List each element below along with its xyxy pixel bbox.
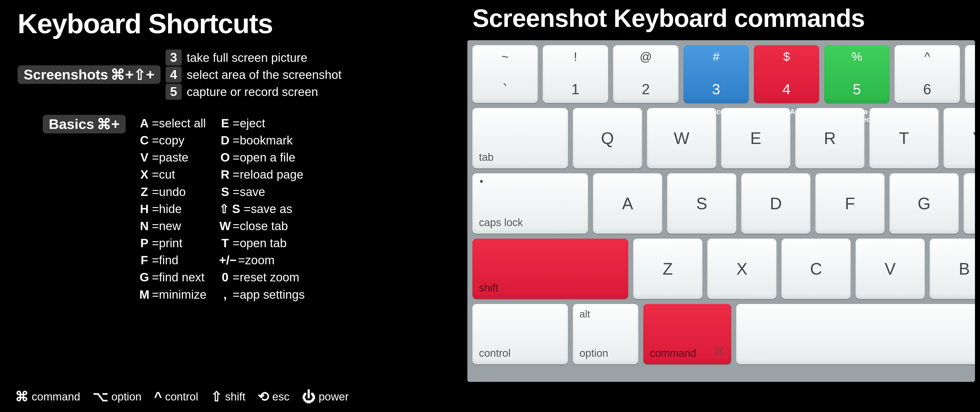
- desc-4: select area of the screenshot: [187, 68, 342, 82]
- shortcut-desc: =open a file: [233, 149, 296, 166]
- title-keyboard: Screenshot Keyboard commands: [473, 4, 975, 33]
- key-letter: R: [824, 129, 836, 148]
- command-symbol-icon: ⌘: [714, 345, 725, 358]
- shortcut-desc: =paste: [152, 149, 188, 166]
- key-S: S: [667, 173, 736, 234]
- key-top-glyph: $: [754, 50, 819, 64]
- key-top-glyph: %: [824, 50, 889, 64]
- screenshot-row-3: 3 take full screen picture: [165, 49, 342, 65]
- key-control: control: [473, 304, 568, 364]
- screenshot-keys-list: 3 take full screen picture 4 select area…: [165, 49, 342, 100]
- basics-row: E =eject: [219, 115, 305, 132]
- shortcut-key: +/−: [219, 252, 237, 269]
- key-top-glyph: ~: [473, 50, 538, 64]
- shortcut-key: D: [219, 132, 231, 149]
- basics-col-1: A =select allC =copyV =pasteX =cutZ =und…: [138, 115, 206, 303]
- shortcut-prefix: ⇧: [219, 200, 229, 218]
- key-letter: T: [899, 129, 909, 148]
- legend-name: power: [319, 390, 349, 403]
- key-3: 3: [165, 49, 182, 65]
- basics-row: C =copy: [138, 132, 206, 149]
- key-letter: Y: [972, 129, 975, 148]
- keyboard-row-numbers: ~`!1@2#3Full Screen$4Select Area%5Box Ar…: [473, 45, 975, 103]
- desc-3: take full screen picture: [187, 51, 307, 65]
- modifier-legend: ⌘command⌥option^control⇧shift⟲esc⏻power: [15, 389, 349, 404]
- key-alt-label: alt: [579, 309, 590, 320]
- shortcut-key: A: [138, 115, 150, 132]
- shortcut-desc: =bookmark: [233, 132, 293, 149]
- key-H: H: [964, 173, 975, 234]
- shortcut-desc: =eject: [233, 115, 265, 132]
- screenshots-text: Screenshots: [24, 68, 108, 82]
- key-bottom-glyph: `: [473, 81, 538, 97]
- shortcut-key: S: [219, 183, 231, 200]
- key-D: D: [741, 173, 810, 234]
- shortcut-desc: =hide: [152, 200, 182, 218]
- key-bottom-glyph: 1: [543, 81, 608, 97]
- legend-name: command: [32, 390, 80, 403]
- basics-row: G =find next: [138, 269, 206, 286]
- key-top-glyph: &: [965, 50, 975, 64]
- key-W: W: [647, 108, 716, 168]
- legend-symbol-icon: ⌘: [15, 389, 29, 404]
- key-4: 4: [165, 67, 182, 83]
- shortcut-desc: =find next: [152, 269, 204, 286]
- keyboard-graphic: ~`!1@2#3Full Screen$4Select Area%5Box Ar…: [468, 40, 975, 382]
- basics-label: Basics ⌘+: [43, 115, 126, 134]
- key-control-label: control: [479, 347, 511, 359]
- shortcut-key: X: [138, 166, 150, 183]
- keyboard-row-zxcv: shift ZXCVBN: [473, 239, 975, 299]
- key-letter: Q: [601, 129, 614, 148]
- key-letter: V: [885, 259, 896, 278]
- legend-item: ⟲esc: [258, 389, 289, 404]
- key-letter: G: [918, 194, 931, 213]
- key-command-label: command: [650, 347, 696, 359]
- shortcut-key: Z: [138, 183, 150, 200]
- key-letter: F: [845, 194, 855, 213]
- shortcut-key: 0: [219, 269, 231, 286]
- key-top-glyph: ^: [894, 50, 960, 64]
- shortcut-desc: =select all: [152, 115, 206, 132]
- key-shift: shift: [473, 239, 628, 299]
- shortcut-desc: =reload page: [233, 166, 304, 183]
- shortcut-key: ,: [219, 286, 231, 303]
- legend-item: ⏻power: [302, 389, 349, 404]
- key-G: G: [889, 173, 959, 234]
- shortcut-desc: =find: [152, 252, 178, 269]
- section-screenshots: Screenshots ⌘+⇧+ 3 take full screen pict…: [18, 49, 455, 100]
- key-A: A: [593, 173, 662, 234]
- key-5: %5Box Area orScreen Record: [824, 45, 889, 103]
- key-shift-label: shift: [479, 282, 498, 294]
- basics-row: O =open a file: [219, 149, 305, 166]
- key-top-glyph: #: [684, 50, 749, 64]
- basics-row: M =minimize: [138, 286, 206, 303]
- key-bottom-glyph: 3: [684, 81, 749, 97]
- keyboard-row-modifiers: control alt option command ⌘: [473, 304, 975, 364]
- shortcut-key: S: [230, 200, 242, 218]
- shortcut-desc: =minimize: [152, 286, 206, 303]
- key-tab: tab: [473, 108, 568, 168]
- key-3: #3Full Screen: [684, 45, 749, 103]
- key-X: X: [707, 239, 776, 299]
- shortcut-key: W: [219, 218, 231, 235]
- key-option-label: option: [579, 347, 608, 359]
- title-shortcuts: Keyboard Shortcuts: [18, 8, 455, 40]
- key-V: V: [856, 239, 925, 299]
- legend-symbol-icon: ⟲: [258, 389, 269, 404]
- key-E: E: [721, 108, 790, 168]
- key-Q: Q: [573, 108, 642, 168]
- key-T: T: [869, 108, 939, 168]
- legend-item: ⌥option: [93, 389, 142, 404]
- shortcut-key: V: [138, 149, 150, 166]
- key-letter: X: [736, 259, 747, 278]
- shortcut-desc: =reset zoom: [233, 269, 299, 286]
- shortcut-key: H: [138, 200, 150, 218]
- legend-name: option: [111, 390, 142, 403]
- shortcut-key: P: [138, 235, 150, 252]
- key-letter: D: [770, 194, 782, 213]
- section-basics: Basics ⌘+ A =select allC =copyV =pasteX …: [18, 115, 455, 303]
- keyboard-row-asdf: caps lock ASDFGH: [473, 173, 975, 234]
- legend-name: esc: [272, 390, 289, 403]
- key-top-glyph: !: [543, 50, 608, 64]
- shortcut-key: O: [219, 149, 231, 166]
